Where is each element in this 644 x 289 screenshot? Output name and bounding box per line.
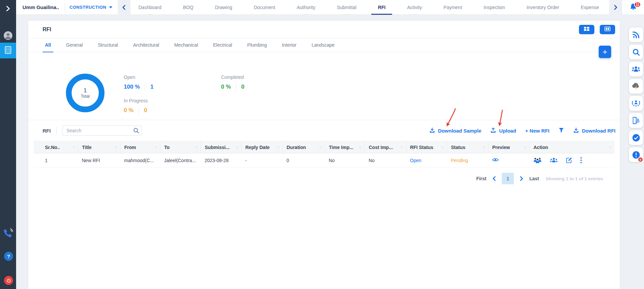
tab-payment[interactable]: Payment	[443, 0, 462, 15]
pagination-first[interactable]: First	[476, 176, 486, 181]
tab-authority[interactable]: Authority	[297, 0, 315, 15]
alert-circle-icon[interactable]: 0	[629, 147, 643, 162]
table-header-row: Sr.No..↑↓ Title↑↓ From↑↓ To↑↓ Submissi..…	[34, 141, 614, 153]
pagination-next-chevron[interactable]	[520, 176, 523, 181]
column-header-submission[interactable]: Submissi...↑↓	[201, 141, 241, 153]
sort-icon[interactable]: ↑↓	[195, 145, 197, 149]
filter-button[interactable]	[558, 128, 564, 134]
table-toolbar: RFI Download Sample Upload + New RFI	[28, 120, 620, 141]
sort-icon[interactable]: ↑↓	[483, 145, 485, 149]
help-icon[interactable]: ?	[4, 252, 13, 261]
new-rfi-button[interactable]: + New RFI	[525, 128, 549, 134]
tab-submittal[interactable]: Submittal	[337, 0, 356, 15]
sort-icon[interactable]: ↑↓	[155, 145, 157, 149]
sort-icon[interactable]: ↑↓	[115, 145, 117, 149]
rfi-table: Sr.No..↑↓ Title↑↓ From↑↓ To↑↓ Submissi..…	[34, 141, 614, 167]
sort-icon[interactable]: ↑↓	[441, 145, 443, 149]
sort-icon[interactable]: ↑↓	[524, 145, 526, 149]
column-header-preview[interactable]: Preview↑↓	[488, 141, 529, 153]
search-icon[interactable]	[629, 45, 643, 59]
download-sample-button[interactable]: Download Sample	[429, 128, 481, 134]
user-avatar[interactable]	[4, 31, 12, 40]
sidebar-item-projects[interactable]	[0, 43, 16, 58]
category-tab-architectural[interactable]: Architectural	[133, 38, 159, 52]
tab-expense[interactable]: Expense	[581, 0, 599, 15]
pagination-page-1[interactable]: 1	[502, 173, 514, 184]
sort-icon[interactable]: ↑↓	[400, 145, 402, 149]
sort-icon[interactable]: ↑↓	[359, 145, 361, 149]
tab-drawing[interactable]: Drawing	[215, 0, 232, 15]
tab-document[interactable]: Document	[254, 0, 275, 15]
download-icon	[573, 128, 579, 134]
meeting-icon[interactable]	[629, 96, 643, 111]
column-header-time-impact[interactable]: Time Imp...↑↓	[325, 141, 365, 153]
building-icon	[4, 46, 12, 56]
rss-feed-icon[interactable]	[629, 28, 643, 42]
cell-sr-no: 1	[34, 153, 78, 167]
users-icon[interactable]	[629, 62, 643, 77]
column-header-title[interactable]: Title↑↓	[78, 141, 120, 153]
tab-inventory-order[interactable]: Inventory Order	[527, 0, 559, 15]
category-tab-structural[interactable]: Structural	[98, 38, 118, 52]
sort-icon[interactable]: ↑↓	[277, 145, 279, 149]
team-users-button[interactable]	[550, 157, 558, 163]
tab-dashboard[interactable]: Dashboard	[139, 0, 162, 15]
new-rfi-label: + New RFI	[525, 128, 549, 134]
storm-weather-icon[interactable]	[629, 79, 643, 94]
more-kebab-button[interactable]	[580, 157, 582, 163]
filter-funnel-icon	[558, 128, 564, 134]
column-header-to[interactable]: To↑↓	[160, 141, 201, 153]
cell-preview	[488, 153, 529, 167]
category-tab-plumbing[interactable]: Plumbing	[247, 38, 267, 52]
column-header-reply-date[interactable]: Reply Date↑↓	[241, 141, 282, 153]
power-logout-icon[interactable]	[4, 276, 13, 285]
column-header-duration[interactable]: Duration↑↓	[282, 141, 325, 153]
sidebar-expand-chevron-icon[interactable]	[0, 4, 16, 12]
tab-inspection[interactable]: Inspection	[484, 0, 505, 15]
column-header-status[interactable]: Status↑↓	[447, 141, 488, 153]
module-selector[interactable]: CONSTRUCTION	[65, 5, 118, 10]
door-exit-icon[interactable]	[629, 113, 643, 128]
tabs-scroll-right-button[interactable]	[609, 0, 622, 15]
assign-users-button[interactable]	[533, 157, 542, 163]
tab-boq[interactable]: BOQ	[183, 0, 194, 15]
category-tab-landscape[interactable]: Landscape	[312, 38, 335, 52]
download-rfi-button[interactable]: Download RFI	[573, 128, 615, 134]
phone-support-icon[interactable]	[3, 228, 13, 238]
check-circle-icon[interactable]	[629, 130, 643, 145]
category-tab-interior[interactable]: Interior	[282, 38, 297, 52]
add-button[interactable]: +	[599, 46, 611, 58]
sort-icon[interactable]: ↑↓	[236, 145, 238, 149]
sort-icon[interactable]: ↑↓	[319, 145, 321, 149]
column-header-rfi-status[interactable]: RFI Status↑↓	[406, 141, 447, 153]
category-tab-all[interactable]: All	[45, 38, 51, 52]
category-tab-mechanical[interactable]: Mechanical	[174, 38, 198, 52]
column-header-cost-impact[interactable]: Cost Imp...↑↓	[365, 141, 406, 153]
sort-icon[interactable]: ↑↓	[609, 145, 611, 149]
tab-activity[interactable]: Activity	[407, 0, 422, 15]
search-input[interactable]	[62, 126, 142, 136]
upload-button[interactable]: Upload	[490, 128, 516, 134]
pagination-last[interactable]: Last	[529, 176, 539, 181]
tabs-scroll-left-button[interactable]	[118, 0, 130, 15]
tab-rfi[interactable]: RFI	[378, 0, 386, 15]
chevron-down-icon	[109, 6, 112, 8]
category-tab-electrical[interactable]: Electrical	[213, 38, 232, 52]
column-header-action[interactable]: Action↑↓	[529, 141, 614, 153]
sort-icon[interactable]: ↑↓	[72, 145, 74, 149]
cell-rfi-status[interactable]: Open	[406, 153, 447, 167]
completed-percent: 0 %	[221, 84, 231, 90]
edit-button[interactable]	[566, 157, 572, 163]
in-progress-percent: 0 %	[124, 107, 133, 114]
preview-eye-button[interactable]	[492, 157, 499, 162]
column-view-button[interactable]	[600, 25, 615, 34]
category-tab-general[interactable]: General	[66, 38, 83, 52]
column-header-from[interactable]: From↑↓	[120, 141, 160, 153]
completed-label: Completed	[221, 75, 245, 80]
download-icon	[429, 128, 435, 134]
pagination-prev-chevron[interactable]	[492, 176, 496, 181]
column-header-sr-no[interactable]: Sr.No..↑↓	[34, 141, 78, 153]
grid-view-button[interactable]	[579, 25, 594, 34]
notifications-bell[interactable]: 11	[622, 0, 644, 15]
cell-cost-impact: No	[365, 153, 406, 167]
